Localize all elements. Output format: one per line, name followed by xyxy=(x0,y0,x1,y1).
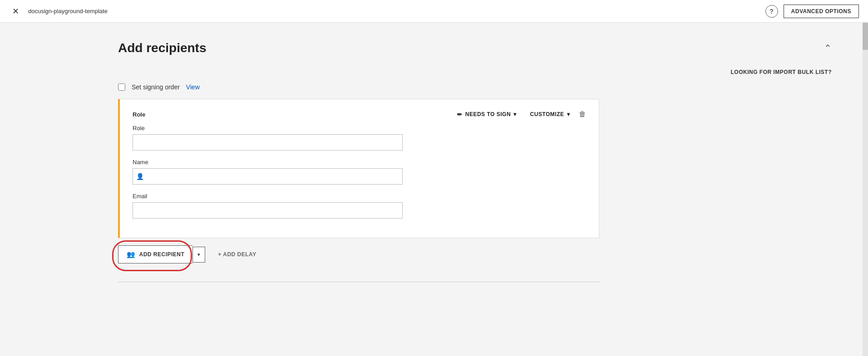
add-delay-label: + ADD DELAY xyxy=(218,251,256,258)
name-input[interactable] xyxy=(133,168,403,185)
needs-to-sign-button[interactable]: ✏ NEEDS TO SIGN ▾ xyxy=(457,111,516,118)
card-top-row: Role ✏ NEEDS TO SIGN ▾ CUSTOMIZE ▾ 🗑 xyxy=(133,110,586,118)
scrollbar-track xyxy=(863,23,868,356)
close-button[interactable]: ✕ xyxy=(9,5,22,18)
scrollbar-thumb[interactable] xyxy=(863,23,868,50)
name-label: Name xyxy=(133,159,586,166)
add-recipient-icon: 👥 xyxy=(127,250,136,258)
advanced-options-button[interactable]: ADVANCED OPTIONS xyxy=(784,5,859,18)
top-bar-right: ? ADVANCED OPTIONS xyxy=(765,5,859,18)
person-icon: 👤 xyxy=(136,173,144,180)
email-input[interactable] xyxy=(133,202,403,219)
email-label: Email xyxy=(133,193,586,200)
add-recipient-dropdown-arrow: ▾ xyxy=(197,252,200,257)
recipient-card: Role ✏ NEEDS TO SIGN ▾ CUSTOMIZE ▾ 🗑 Rol… xyxy=(118,99,599,238)
tab-title: docusign-playground-template xyxy=(28,8,108,15)
signing-order-view-link[interactable]: View xyxy=(186,83,200,91)
top-bar-left: ✕ docusign-playground-template xyxy=(9,5,108,18)
signing-order-label: Set signing order xyxy=(132,83,180,91)
delete-recipient-button[interactable]: 🗑 xyxy=(579,110,586,118)
role-field-group: Role xyxy=(133,125,586,151)
needs-to-sign-dropdown-arrow: ▾ xyxy=(513,111,517,117)
help-button[interactable]: ? xyxy=(765,5,778,18)
email-input-wrap xyxy=(133,202,586,219)
import-bulk-link[interactable]: LOOKING FOR IMPORT BULK LIST? xyxy=(731,69,832,75)
role-input-wrap xyxy=(133,134,586,151)
close-icon: ✕ xyxy=(12,6,19,16)
needs-to-sign-label: NEEDS TO SIGN xyxy=(465,111,511,117)
collapse-button[interactable]: ⌃ xyxy=(824,43,832,54)
pencil-icon: ✏ xyxy=(457,111,463,118)
add-delay-button[interactable]: + ADD DELAY xyxy=(210,247,264,262)
customize-dropdown-arrow: ▾ xyxy=(567,111,570,117)
bottom-divider xyxy=(118,282,599,282)
customize-button[interactable]: CUSTOMIZE ▾ xyxy=(530,111,570,117)
role-label: Role xyxy=(133,125,586,132)
role-input[interactable] xyxy=(133,134,403,151)
section-header: Add recipients ⌃ xyxy=(118,41,832,55)
name-field-group: Name 👤 xyxy=(133,159,586,185)
add-recipient-dropdown-button[interactable]: ▾ xyxy=(192,247,205,263)
main-content: Add recipients ⌃ LOOKING FOR IMPORT BULK… xyxy=(0,23,868,356)
help-icon: ? xyxy=(769,8,774,15)
chevron-up-icon: ⌃ xyxy=(824,43,832,53)
add-recipient-label: ADD RECIPIENT xyxy=(139,251,185,258)
action-row: 👥 ADD RECIPIENT ▾ + ADD DELAY xyxy=(118,245,832,263)
add-recipient-button[interactable]: 👥 ADD RECIPIENT xyxy=(118,245,192,263)
name-input-wrap: 👤 xyxy=(133,168,586,185)
delete-icon: 🗑 xyxy=(579,110,586,118)
section-title: Add recipients xyxy=(118,41,206,55)
customize-label: CUSTOMIZE xyxy=(530,111,564,117)
email-field-group: Email xyxy=(133,193,586,219)
role-field-label-inline: Role xyxy=(133,111,457,118)
signing-order-row: Set signing order View xyxy=(118,83,832,91)
signing-order-checkbox[interactable] xyxy=(118,83,125,91)
import-bulk-row: LOOKING FOR IMPORT BULK LIST? xyxy=(118,69,832,75)
top-bar: ✕ docusign-playground-template ? ADVANCE… xyxy=(0,0,868,23)
